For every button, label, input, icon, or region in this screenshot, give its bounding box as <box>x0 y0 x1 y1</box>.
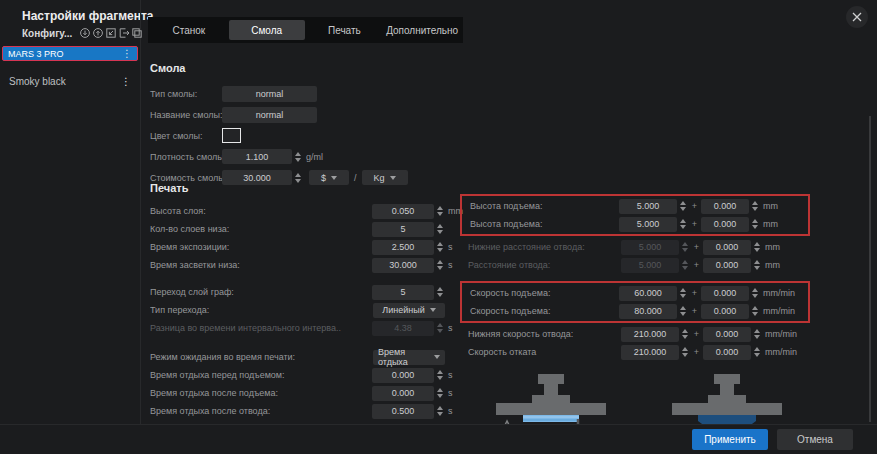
tab-advanced[interactable]: Дополнительно <box>384 20 460 40</box>
bottom-retract-speed-stepper-a[interactable]: 210.000 <box>621 327 690 342</box>
field-value[interactable]: 0.000 <box>701 217 749 232</box>
spinner-down-icon[interactable] <box>437 230 443 234</box>
spinner-up-icon[interactable] <box>754 260 760 264</box>
exposure-time-stepper[interactable]: 2.500 <box>372 240 445 255</box>
spinner-down-icon[interactable] <box>754 266 760 270</box>
item-menu-icon[interactable]: ⋮ <box>121 77 131 87</box>
resin-name-input[interactable]: normal <box>222 107 317 123</box>
lift-speed-1-stepper-a[interactable]: 60.000 <box>619 286 688 301</box>
spinner-down-icon[interactable] <box>437 376 443 380</box>
spinner-down-icon[interactable] <box>437 248 443 252</box>
field-value[interactable]: 210.000 <box>621 327 679 342</box>
rest-after-retract-stepper[interactable]: 0.500 <box>372 404 445 419</box>
spinner-up-icon[interactable] <box>752 306 758 310</box>
upload-profile-icon[interactable] <box>91 27 104 40</box>
field-value[interactable]: 60.000 <box>619 286 677 301</box>
spinner-down-icon[interactable] <box>437 394 443 398</box>
bottom-retract-distance-stepper-b[interactable]: 0.000 <box>703 240 762 255</box>
spinner-up-icon[interactable] <box>295 173 301 177</box>
spinner-up-icon[interactable] <box>754 242 760 246</box>
field-value[interactable]: 0.000 <box>372 386 434 401</box>
field-value[interactable]: 0.000 <box>703 240 751 255</box>
tab-print[interactable]: Печать <box>307 20 383 40</box>
spinner-down-icon[interactable] <box>680 225 686 229</box>
field-value[interactable]: 5 <box>372 222 434 237</box>
field-value[interactable]: 5 <box>372 285 434 300</box>
spinner-up-icon[interactable] <box>680 306 686 310</box>
spinner-down-icon[interactable] <box>752 294 758 298</box>
spinner-down-icon[interactable] <box>680 207 686 211</box>
spinner-down-icon[interactable] <box>437 412 443 416</box>
resin-density-stepper[interactable]: 1.100 <box>222 149 303 164</box>
transition-type-select[interactable]: Линейный <box>373 303 445 318</box>
spinner-up-icon[interactable] <box>437 287 443 291</box>
tab-resin[interactable]: Смола <box>229 20 305 40</box>
field-value[interactable]: 0.000 <box>701 304 749 319</box>
lift-speed-2-stepper-a[interactable]: 80.000 <box>619 304 688 319</box>
field-value[interactable]: 0.000 <box>703 258 751 273</box>
bottom-retract-speed-stepper-b[interactable]: 0.000 <box>703 327 762 342</box>
lift-speed-1-stepper-b[interactable]: 0.000 <box>701 286 760 301</box>
resin-type-input[interactable]: normal <box>222 86 317 102</box>
scrollbar[interactable] <box>869 116 871 422</box>
lift-speed-2-stepper-b[interactable]: 0.000 <box>701 304 760 319</box>
spinner-down-icon[interactable] <box>680 294 686 298</box>
spinner-down-icon[interactable] <box>682 335 688 339</box>
spinner-down-icon[interactable] <box>680 312 686 316</box>
spinner-up-icon[interactable] <box>295 152 301 156</box>
layer-height-stepper[interactable]: 0.050 <box>372 204 445 219</box>
download-profile-icon[interactable] <box>78 27 91 40</box>
spinner-up-icon[interactable] <box>437 406 443 410</box>
item-menu-icon[interactable]: ⋮ <box>122 49 132 59</box>
sidebar-item-printer-profile[interactable]: MARS 3 PRO ⋮ <box>2 46 138 61</box>
spinner-up-icon[interactable] <box>752 219 758 223</box>
import-icon[interactable] <box>104 27 117 40</box>
field-value[interactable]: 0.000 <box>703 345 751 360</box>
spinner-down-icon[interactable] <box>754 248 760 252</box>
spinner-up-icon[interactable] <box>752 201 758 205</box>
field-value[interactable]: 0.000 <box>372 368 434 383</box>
field-value[interactable]: 0.000 <box>703 327 751 342</box>
spinner-up-icon[interactable] <box>437 242 443 246</box>
spinner-down-icon[interactable] <box>437 212 443 216</box>
spinner-down-icon[interactable] <box>754 335 760 339</box>
spinner-up-icon[interactable] <box>437 206 443 210</box>
spinner-up-icon[interactable] <box>752 288 758 292</box>
rest-after-lift-stepper[interactable]: 0.000 <box>372 386 445 401</box>
transition-layers-stepper[interactable]: 5 <box>372 285 445 300</box>
spinner-up-icon[interactable] <box>437 224 443 228</box>
spinner-up-icon[interactable] <box>680 219 686 223</box>
spinner-down-icon[interactable] <box>752 225 758 229</box>
spinner-up-icon[interactable] <box>437 260 443 264</box>
field-value[interactable]: 5.000 <box>619 199 677 214</box>
spinner-up-icon[interactable] <box>437 370 443 374</box>
spinner-down-icon[interactable] <box>437 266 443 270</box>
retract-speed-stepper-b[interactable]: 0.000 <box>703 345 762 360</box>
spinner-up-icon[interactable] <box>682 329 688 333</box>
spinner-down-icon[interactable] <box>437 293 443 297</box>
lift-height-1-stepper-b[interactable]: 0.000 <box>701 199 760 214</box>
retract-distance-stepper-b[interactable]: 0.000 <box>703 258 762 273</box>
rest-before-lift-stepper[interactable]: 0.000 <box>372 368 445 383</box>
rest-mode-select[interactable]: Время отдыха <box>373 350 445 365</box>
resin-density-value[interactable]: 1.100 <box>222 149 292 164</box>
duplicate-icon[interactable] <box>130 27 143 40</box>
field-value[interactable]: 5.000 <box>619 217 677 232</box>
spinner-down-icon[interactable] <box>295 158 301 162</box>
spinner-up-icon[interactable] <box>682 347 688 351</box>
retract-speed-stepper-a[interactable]: 210.000 <box>621 345 690 360</box>
spinner-up-icon[interactable] <box>680 201 686 205</box>
spinner-up-icon[interactable] <box>754 347 760 351</box>
export-icon[interactable] <box>117 27 130 40</box>
field-value[interactable]: 0.050 <box>372 204 434 219</box>
lift-height-2-stepper-a[interactable]: 5.000 <box>619 217 688 232</box>
spinner-up-icon[interactable] <box>437 388 443 392</box>
lift-height-2-stepper-b[interactable]: 0.000 <box>701 217 760 232</box>
apply-button[interactable]: Применить <box>692 429 768 450</box>
spinner-down-icon[interactable] <box>682 353 688 357</box>
spinner-down-icon[interactable] <box>752 207 758 211</box>
field-value[interactable]: 210.000 <box>621 345 679 360</box>
bottom-exposure-stepper[interactable]: 30.000 <box>372 258 445 273</box>
field-value[interactable]: 80.000 <box>619 304 677 319</box>
field-value[interactable]: 2.500 <box>372 240 434 255</box>
